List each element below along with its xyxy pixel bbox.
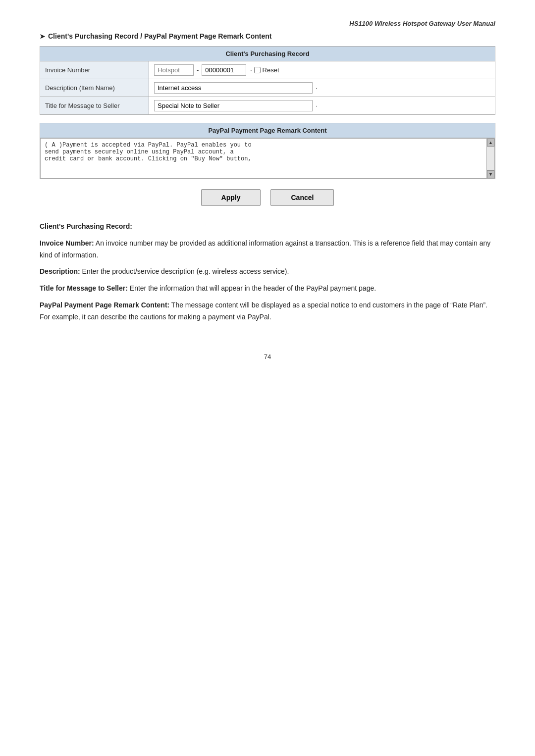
scrollbar[interactable]: ▲ ▼ [486, 139, 494, 178]
desc-paypal-remark-block: PayPal Payment Page Remark Content: The … [40, 300, 495, 323]
desc-description-term: Description: [40, 267, 80, 275]
invoice-number-cell: - · Reset [149, 61, 495, 79]
scroll-up-button[interactable]: ▲ [487, 139, 494, 147]
table-row: Description (Item Name) · [40, 79, 495, 97]
invoice-number-label: Invoice Number [40, 61, 149, 79]
reset-checkbox[interactable] [254, 67, 261, 73]
desc-title-message-block: Title for Message to Seller: Enter the i… [40, 283, 495, 295]
desc-section-heading: Client's Purchasing Record: [40, 222, 132, 230]
purchasing-record-table: Client's Purchasing Record Invoice Numbe… [40, 46, 495, 115]
cancel-button[interactable]: Cancel [270, 189, 334, 206]
desc-title-message-text: Enter the information that will appear i… [128, 284, 376, 292]
description-input[interactable] [154, 82, 313, 94]
description-asterisk: · [316, 84, 318, 92]
desc-description-block: Description: Enter the product/service d… [40, 266, 495, 278]
section-title: Client's Purchasing Record / PayPal Paym… [40, 32, 495, 40]
reset-label: Reset [263, 66, 279, 74]
desc-section-heading-block: Client's Purchasing Record: [40, 221, 495, 233]
paypal-remark-table-title: PayPal Payment Page Remark Content [40, 123, 495, 138]
page-header: HS1100 Wireless Hotspot Gateway User Man… [40, 20, 495, 27]
desc-invoice-term: Invoice Number: [40, 239, 94, 247]
desc-paypal-remark-term: PayPal Payment Page Remark Content: [40, 301, 169, 309]
separator: - [197, 66, 199, 74]
desc-description-text: Enter the product/service description (e… [80, 267, 289, 275]
title-message-asterisk: · [316, 102, 318, 109]
description-cell: · [149, 79, 495, 97]
scroll-track [487, 147, 494, 170]
button-row: Apply Cancel [40, 189, 495, 206]
desc-title-message-term: Title for Message to Seller: [40, 284, 128, 292]
apply-button[interactable]: Apply [201, 189, 261, 206]
table-row: Invoice Number - · Reset [40, 61, 495, 79]
purchasing-record-table-title: Client's Purchasing Record [40, 47, 495, 61]
scroll-down-button[interactable]: ▼ [487, 170, 494, 178]
invoice-number-input[interactable] [202, 64, 246, 76]
desc-invoice-block: Invoice Number: An invoice number may be… [40, 238, 495, 261]
dot-suffix: · [248, 66, 252, 74]
hotspot-input[interactable] [154, 64, 194, 76]
table-row: Title for Message to Seller · [40, 97, 495, 115]
paypal-remark-table: PayPal Payment Page Remark Content ( A )… [40, 123, 495, 179]
table-row: ( A )Payment is accepted via PayPal. Pay… [40, 138, 495, 179]
title-message-input[interactable] [154, 100, 313, 111]
title-message-cell: · [149, 97, 495, 115]
page-number: 74 [40, 353, 495, 360]
title-message-label: Title for Message to Seller [40, 97, 149, 115]
remark-textarea-cell: ( A )Payment is accepted via PayPal. Pay… [40, 138, 495, 179]
description-label: Description (Item Name) [40, 79, 149, 97]
description-section: Client's Purchasing Record: Invoice Numb… [40, 221, 495, 323]
remark-textarea[interactable]: ( A )Payment is accepted via PayPal. Pay… [41, 139, 486, 178]
desc-invoice-text: An invoice number may be provided as add… [40, 239, 490, 259]
remark-textarea-wrapper: ( A )Payment is accepted via PayPal. Pay… [40, 138, 495, 179]
